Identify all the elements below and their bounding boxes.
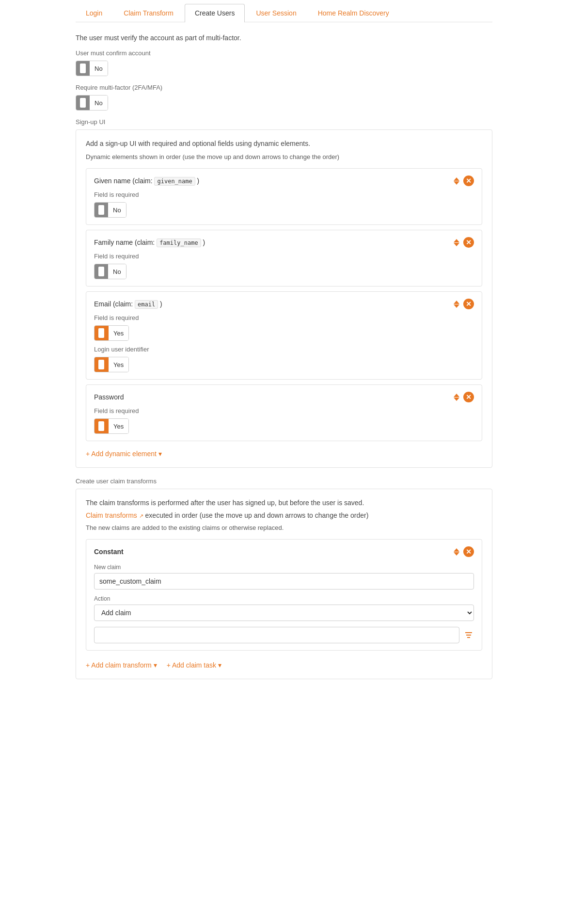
family-name-claim-code: family_name — [157, 239, 201, 247]
email-up-arrow[interactable] — [454, 301, 459, 304]
claim-transforms-subdesc: The new claims are added to the existing… — [86, 524, 482, 531]
action-select[interactable]: Add claimReplace claimRemove claim — [94, 605, 474, 621]
email-required-toggle-label: Yes — [108, 326, 128, 340]
dynamic-card-given-name: Given name (claim: given_name ) ✕ Field … — [86, 168, 482, 225]
tab-claim-transform[interactable]: Claim Transform — [113, 4, 184, 22]
require-mfa-toggle[interactable]: No — [76, 95, 108, 111]
confirm-account-toggle-label: No — [90, 61, 108, 76]
add-dynamic-element-button[interactable]: + Add dynamic element ▾ — [86, 450, 162, 458]
given-name-required-label: Field is required — [94, 191, 474, 198]
tab-create-users[interactable]: Create Users — [185, 4, 245, 22]
password-required-toggle-label: Yes — [108, 419, 128, 433]
email-required-toggle[interactable]: Yes — [94, 325, 129, 341]
constant-remove-button[interactable]: ✕ — [463, 546, 474, 557]
password-title: Password — [94, 393, 124, 401]
password-required-label: Field is required — [94, 407, 474, 414]
confirm-account-toggle[interactable]: No — [76, 61, 108, 76]
given-name-remove-button[interactable]: ✕ — [463, 175, 474, 186]
password-down-arrow[interactable] — [454, 398, 459, 401]
filter-icon[interactable] — [463, 630, 474, 640]
new-claim-field: New claim — [94, 564, 474, 589]
value-input[interactable] — [94, 627, 459, 643]
tab-user-session[interactable]: User Session — [246, 4, 306, 22]
confirm-account-section: User must confirm account No — [76, 49, 492, 76]
email-login-identifier-toggle-label: Yes — [108, 357, 128, 372]
email-down-arrow[interactable] — [454, 304, 459, 308]
given-name-title: Given name (claim: given_name ) — [94, 177, 199, 185]
password-sort[interactable] — [454, 394, 459, 401]
given-name-up-arrow[interactable] — [454, 177, 459, 181]
claim-transforms-link-desc: Claim transforms ↗ executed in order (us… — [86, 511, 482, 519]
confirm-account-track — [76, 61, 90, 76]
constant-up-arrow[interactable] — [454, 548, 459, 552]
password-required-toggle[interactable]: Yes — [94, 418, 129, 434]
family-name-required-track — [95, 264, 108, 279]
email-required-label: Field is required — [94, 314, 474, 321]
claim-transforms-link[interactable]: Claim transforms — [86, 511, 137, 519]
password-actions: ✕ — [454, 392, 474, 402]
add-claim-task-button[interactable]: + Add claim task ▾ — [167, 661, 221, 669]
tab-home-realm-discovery[interactable]: Home Realm Discovery — [308, 4, 399, 22]
require-mfa-track — [76, 96, 90, 110]
family-name-remove-button[interactable]: ✕ — [463, 237, 474, 248]
given-name-actions: ✕ — [454, 175, 474, 186]
email-title: Email (claim: email ) — [94, 300, 162, 308]
email-login-identifier-thumb — [98, 360, 104, 369]
given-name-claim-code: given_name — [154, 177, 195, 186]
given-name-required-toggle-label: No — [108, 203, 126, 217]
family-name-up-arrow[interactable] — [454, 239, 459, 242]
action-label: Action — [94, 595, 474, 602]
family-name-required-label: Field is required — [94, 253, 474, 260]
family-name-required-toggle[interactable]: No — [94, 264, 126, 279]
email-sort[interactable] — [454, 301, 459, 308]
family-name-actions: ✕ — [454, 237, 474, 248]
add-claim-transform-button[interactable]: + Add claim transform ▾ — [86, 661, 157, 669]
password-up-arrow[interactable] — [454, 394, 459, 397]
given-name-sort[interactable] — [454, 177, 459, 185]
given-name-required-toggle[interactable]: No — [94, 202, 126, 218]
email-login-identifier-label: Login user identifier — [94, 346, 474, 353]
email-required-thumb — [98, 328, 104, 338]
confirm-account-label: User must confirm account — [76, 49, 492, 57]
constant-card-title: Constant — [94, 548, 124, 556]
new-claim-input[interactable] — [94, 573, 474, 589]
bottom-actions: + Add claim transform ▾ + Add claim task… — [86, 655, 482, 669]
email-required-track — [95, 326, 108, 340]
signup-ui-description: Add a sign-up UI with required and optio… — [86, 140, 482, 147]
password-header: Password ✕ — [94, 392, 474, 402]
family-name-sort[interactable] — [454, 239, 459, 246]
family-name-required-thumb — [98, 267, 104, 276]
require-mfa-thumb — [80, 98, 86, 108]
email-remove-button[interactable]: ✕ — [463, 299, 474, 309]
email-claim-code: email — [135, 300, 158, 309]
given-name-header: Given name (claim: given_name ) ✕ — [94, 175, 474, 186]
constant-card-header: Constant ✕ — [94, 546, 474, 557]
given-name-down-arrow[interactable] — [454, 181, 459, 185]
dynamic-card-family-name: Family name (claim: family_name ) ✕ Fiel… — [86, 230, 482, 287]
constant-sort[interactable] — [454, 548, 459, 556]
confirm-account-thumb — [80, 64, 86, 73]
given-name-required-track — [95, 203, 108, 217]
family-name-title: Family name (claim: family_name ) — [94, 239, 205, 246]
family-name-down-arrow[interactable] — [454, 243, 459, 246]
new-claim-label: New claim — [94, 564, 474, 571]
password-required-thumb — [98, 421, 104, 431]
tabs-container: Login Claim Transform Create Users User … — [76, 0, 492, 22]
dynamic-card-email: Email (claim: email ) ✕ Field is require… — [86, 291, 482, 380]
constant-down-arrow[interactable] — [454, 552, 459, 556]
family-name-required-toggle-label: No — [108, 264, 126, 279]
constant-card-actions: ✕ — [454, 546, 474, 557]
email-login-identifier-track — [95, 357, 108, 372]
signup-ui-section-label: Sign-up UI — [76, 118, 492, 126]
claim-transforms-section-label: Create user claim transforms — [76, 478, 492, 485]
value-row — [94, 627, 474, 643]
email-login-identifier-toggle[interactable]: Yes — [94, 357, 129, 372]
password-remove-button[interactable]: ✕ — [463, 392, 474, 402]
page-description: The user must verify the account as part… — [76, 34, 492, 42]
given-name-required-thumb — [98, 205, 104, 215]
claim-transforms-box: The claim transforms is performed after … — [76, 489, 492, 679]
tab-login[interactable]: Login — [76, 4, 112, 22]
dynamic-card-password: Password ✕ Field is required Yes — [86, 384, 482, 441]
family-name-header: Family name (claim: family_name ) ✕ — [94, 237, 474, 248]
require-mfa-label: Require multi-factor (2FA/MFA) — [76, 84, 492, 91]
